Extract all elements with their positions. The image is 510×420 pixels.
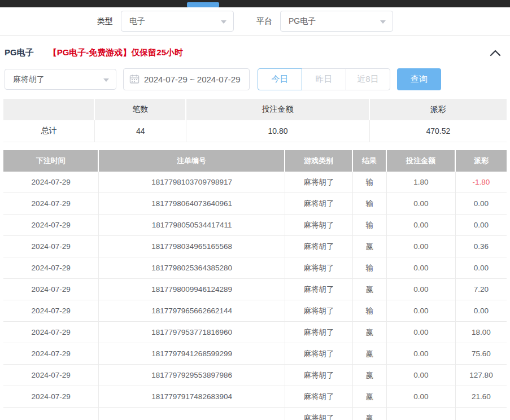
cell-bet-time: 2024-07-29 [3,279,99,300]
cell-bet-amount: 0.00 [387,386,456,408]
header-bet-time: 下注时间 [3,150,99,172]
cell-bet-number: 1817798009946124289 [99,279,285,300]
cell-bet-number: 1817798025364385280 [99,257,285,279]
calendar-icon [129,74,140,84]
bet-table-wrap: 下注时间 注单编号 游戏类别 结果 投注金额 派彩 2024-07-29 181… [0,150,510,420]
cell-payout: 21.60 [456,386,507,408]
table-row: 2024-07-29 1817798009946124289 麻将胡了 赢 0.… [3,279,507,300]
topbar-active-indicator [187,2,219,7]
cell-payout: 7.20 [456,279,507,300]
collapse-button[interactable] [490,49,501,57]
cell-bet-number: 1817797929553897986 [99,365,285,386]
table-row: 2024-07-29 1817798034965165568 麻将胡了 赢 0.… [3,236,507,257]
yesterday-button[interactable]: 昨日 [302,68,346,90]
type-select[interactable]: 电子 [121,11,234,32]
cell-bet-time: 2024-07-29 [3,300,99,322]
cell-bet-amount: 0.00 [387,236,456,257]
cell-game-category: 麻将胡了 [285,257,353,279]
cell-payout [456,408,507,420]
cell-result: 赢 [353,365,387,386]
header-game-category: 游戏类别 [285,150,353,172]
type-select-value: 电子 [129,16,145,27]
cell-game-category: 麻将胡了 [285,193,353,215]
caret-down-icon [103,78,109,82]
platform-select[interactable]: PG电子 [280,11,393,32]
cell-bet-time: 2024-07-29 [3,365,99,386]
cell-payout: 0.00 [456,300,507,322]
cell-game-category: 麻将胡了 [285,386,353,408]
caret-down-icon [380,20,386,24]
platform-select-value: PG电子 [289,16,316,27]
cell-bet-amount: 0.00 [387,279,456,300]
today-button[interactable]: 今日 [258,68,302,90]
cell-bet-number: 1817798064073640961 [99,193,285,215]
cell-game-category: 麻将胡了 [285,322,353,343]
topbar [0,0,510,7]
cell-result: 输 [353,257,387,279]
summary-header-blank [3,99,95,120]
game-select[interactable]: 麻将胡了 [5,69,116,90]
cell-bet-time: 2024-07-29 [3,172,99,193]
cell-result: 赢 [353,236,387,257]
game-select-value: 麻将胡了 [13,75,45,85]
range-button-group: 今日 昨日 近8日 [258,68,390,90]
date-range-value: 2024-07-29 ~ 2024-07-29 [144,75,241,84]
summary-header-payout: 派彩 [370,99,507,120]
cell-bet-time: 2024-07-29 [3,322,99,343]
cell-payout: 0.00 [456,215,507,236]
cell-bet-number: 1817797917482683904 [99,386,285,408]
search-button[interactable]: 查询 [397,68,441,90]
cell-bet-amount: 1.80 [387,172,456,193]
cell-result: 赢 [353,343,387,365]
cell-bet-amount: 0.00 [387,343,456,365]
section-title: PG电子 [5,47,34,58]
summary-table: 笔数 投注金额 派彩 总计 44 10.80 470.52 [3,99,507,142]
summary-total-label: 总计 [3,120,95,142]
cell-result: 输 [353,193,387,215]
cell-game-category: 麻将胡了 [285,408,353,420]
cell-bet-amount: 0.00 [387,300,456,322]
summary-total-row: 总计 44 10.80 470.52 [3,120,507,142]
cell-payout: 18.00 [456,322,507,343]
cell-bet-time: 2024-07-29 [3,386,99,408]
query-toolbar: 麻将胡了 2024-07-29 ~ 2024-07-29 今日 昨日 近8日 查… [0,64,510,90]
table-row: 2024-07-29 1817797953771816960 麻将胡了 赢 0.… [3,322,507,343]
table-row: 2024-07-29 1817798064073640961 麻将胡了 输 0.… [3,193,507,215]
date-range-input[interactable]: 2024-07-29 ~ 2024-07-29 [123,68,250,90]
cell-result: 输 [353,300,387,322]
cell-bet-number: 1817797941268599299 [99,343,285,365]
cell-bet-time: 2024-07-29 [3,193,99,215]
cell-bet-number [99,408,285,420]
chevron-up-icon [490,49,501,57]
summary-table-wrap: 笔数 投注金额 派彩 总计 44 10.80 470.52 [0,99,510,142]
cell-bet-number: 1817798050534417411 [99,215,285,236]
bet-table: 下注时间 注单编号 游戏类别 结果 投注金额 派彩 2024-07-29 181… [3,150,507,420]
cell-game-category: 麻将胡了 [285,215,353,236]
cell-bet-amount: 0.00 [387,365,456,386]
summary-bet-amount-value: 10.80 [186,120,369,142]
bet-table-header-row: 下注时间 注单编号 游戏类别 结果 投注金额 派彩 [3,150,507,172]
cell-bet-number: 1817797965662662144 [99,300,285,322]
header-bet-amount: 投注金额 [387,150,456,172]
bet-table-body: 2024-07-29 1817798103709798917 麻将胡了 输 1.… [3,172,507,420]
cell-payout: 127.80 [456,365,507,386]
last-8-days-button[interactable]: 近8日 [346,68,390,90]
caret-down-icon [221,20,226,24]
cell-bet-amount: 0.00 [387,257,456,279]
cell-game-category: 麻将胡了 [285,300,353,322]
cell-payout: 0.36 [456,236,507,257]
table-row: 2024-07-29 1817798103709798917 麻将胡了 输 1.… [3,172,507,193]
cell-game-category: 麻将胡了 [285,343,353,365]
summary-header-row: 笔数 投注金额 派彩 [3,99,507,120]
table-row: 2024-07-29 1817797965662662144 麻将胡了 输 0.… [3,300,507,322]
section-header: PG电子 【PG电子-免费游戏】仅保留25小时 [0,36,510,64]
table-row: 2024-07-29 1817797941268599299 麻将胡了 赢 0.… [3,343,507,365]
cell-game-category: 麻将胡了 [285,365,353,386]
cell-result: 赢 [353,322,387,343]
cell-payout: -1.80 [456,172,507,193]
table-row: 麻将胡了 赢 [3,408,507,420]
header-result: 结果 [353,150,387,172]
cell-bet-time: 2024-07-29 [3,215,99,236]
cell-bet-number: 1817798034965165568 [99,236,285,257]
cell-result: 输 [353,215,387,236]
